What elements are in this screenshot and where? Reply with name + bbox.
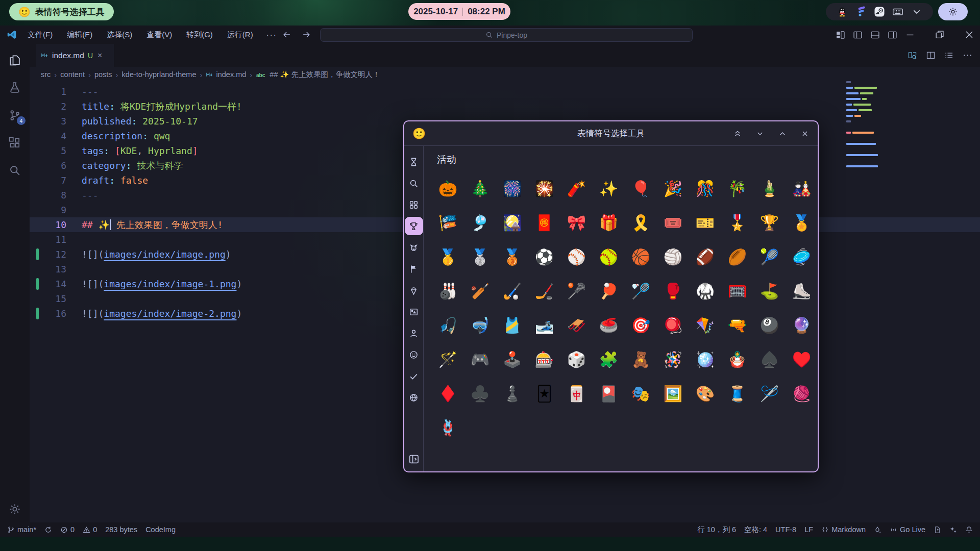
emoji-cell[interactable]: 🎫 [689, 206, 721, 240]
emoji-cell[interactable]: 🥌 [593, 308, 625, 342]
emoji-cell[interactable]: 🏆 [753, 206, 786, 240]
emoji-cell[interactable]: 🏒 [528, 274, 560, 308]
minimize-icon[interactable] [755, 129, 765, 138]
more-actions-icon[interactable] [962, 50, 973, 61]
emoji-cell[interactable]: 🪩 [689, 342, 721, 377]
emoji-cell[interactable]: 🖼️ [657, 377, 689, 411]
status-go-live[interactable]: Go Live [890, 522, 925, 537]
emoji-cell[interactable]: 🥎 [593, 240, 625, 274]
emoji-cell[interactable]: 🧨 [560, 171, 593, 206]
emoji-cell[interactable]: 🎁 [593, 206, 625, 240]
breadcrumb-item[interactable]: posts [94, 70, 112, 79]
emoji-cell[interactable]: 🎯 [625, 308, 657, 342]
command-center-search[interactable]: Pinpe-top [320, 28, 693, 42]
emoji-cell[interactable]: 🎍 [753, 171, 786, 206]
emoji-cell[interactable]: 🎭 [625, 377, 657, 411]
emoji-cell[interactable]: 🏐 [657, 240, 689, 274]
emoji-cell[interactable]: ♥️ [786, 342, 818, 377]
menu-item[interactable]: 运行(R) [222, 29, 258, 41]
status-warnings[interactable]: 0 [83, 522, 97, 537]
emoji-cell[interactable]: 🎾 [753, 240, 786, 274]
activity-manage[interactable] [8, 502, 22, 516]
status-paint-drop[interactable] [874, 522, 881, 537]
code-line-1[interactable]: 1--- [30, 84, 980, 99]
emoji-cell[interactable]: 🥍 [560, 274, 593, 308]
close-button[interactable] [964, 29, 975, 40]
emoji-cell[interactable]: 🎮 [464, 342, 496, 377]
minimize-button[interactable] [904, 29, 916, 40]
emoji-cell[interactable]: 🪁 [689, 308, 721, 342]
emoji-cell[interactable]: 🎐 [464, 206, 496, 240]
status-cursor-position[interactable]: 行 10，列 6 [697, 522, 736, 537]
menu-item[interactable]: 文件(F) [22, 29, 58, 41]
emoji-cell[interactable]: 🎳 [432, 274, 464, 308]
emoji-cell[interactable]: 🧵 [721, 377, 753, 411]
emoji-cell[interactable]: 🏸 [625, 274, 657, 308]
emoji-cell[interactable]: 🥏 [786, 240, 818, 274]
tray-expand-icon[interactable] [911, 6, 923, 18]
taskbar-emoji-picker-item[interactable]: 🙂 表情符号选择工具 [9, 3, 114, 20]
emoji-picker-titlebar[interactable]: 🙂 表情符号选择工具 [404, 121, 818, 146]
status-notifications[interactable] [965, 522, 973, 537]
status-errors[interactable]: 0 [60, 522, 75, 537]
emoji-cell[interactable]: 🎀 [560, 206, 593, 240]
emoji-cell[interactable]: 🎃 [432, 171, 464, 206]
activity-extensions[interactable] [8, 136, 22, 150]
emoji-cell[interactable]: 🪡 [753, 377, 786, 411]
emoji-cell[interactable]: 🃏 [528, 377, 560, 411]
emoji-cell[interactable]: 🥅 [721, 274, 753, 308]
emoji-cell[interactable]: 🎣 [432, 308, 464, 342]
emoji-cell[interactable]: 🥈 [464, 240, 496, 274]
category-smileys-emotion[interactable] [405, 344, 423, 365]
emoji-cell[interactable]: 🎽 [496, 308, 528, 342]
back-icon[interactable] [282, 30, 292, 40]
emoji-cell[interactable]: 🪀 [657, 308, 689, 342]
emoji-cell[interactable]: 🤿 [464, 308, 496, 342]
status-sparkle[interactable] [949, 522, 957, 537]
status-file-size[interactable]: 283 bytes [105, 522, 137, 537]
category-recent[interactable] [405, 151, 423, 172]
toggle-panel-icon[interactable] [869, 29, 881, 41]
qq-icon[interactable] [836, 6, 848, 18]
category-categories[interactable] [405, 194, 423, 215]
emoji-cell[interactable]: 🪆 [721, 342, 753, 377]
emoji-cell[interactable]: 🎨 [689, 377, 721, 411]
expand-sidebar-icon[interactable] [408, 453, 420, 465]
category-food-drink[interactable] [405, 280, 423, 301]
emoji-cell[interactable]: 🧶 [786, 377, 818, 411]
category-flags[interactable] [405, 258, 423, 280]
emoji-cell[interactable]: 🎆 [496, 171, 528, 206]
emoji-cell[interactable]: 🎊 [689, 171, 721, 206]
emoji-cell[interactable]: 🏅 [786, 206, 818, 240]
emoji-cell[interactable]: 🎰 [528, 342, 560, 377]
emoji-cell[interactable]: ⛸️ [786, 274, 818, 308]
menu-item[interactable]: 转到(G) [181, 29, 218, 41]
emoji-cell[interactable]: 🀄 [560, 377, 593, 411]
category-objects[interactable] [405, 301, 423, 322]
steam-icon[interactable] [873, 6, 886, 18]
emoji-cell[interactable]: 🧸 [625, 342, 657, 377]
status-codeimg[interactable]: CodeImg [145, 522, 176, 537]
emoji-cell[interactable]: 🪄 [432, 342, 464, 377]
breadcrumb-item[interactable]: kde-to-hyprland-theme [122, 70, 197, 79]
toggle-sidebar-icon[interactable] [852, 29, 864, 41]
restore-button[interactable] [934, 29, 945, 40]
emoji-cell[interactable]: 🥋 [689, 274, 721, 308]
keep-above-icon[interactable] [733, 129, 742, 138]
clock-widget[interactable]: 2025-10-17 08:22 PM [408, 3, 510, 20]
breadcrumb-item[interactable]: src [41, 70, 51, 79]
emoji-cell[interactable]: 🧩 [593, 342, 625, 377]
menu-more-icon[interactable]: ··· [262, 29, 281, 41]
category-symbols[interactable] [405, 365, 423, 387]
emoji-cell[interactable]: 🎟️ [657, 206, 689, 240]
emoji-cell[interactable]: 🏀 [625, 240, 657, 274]
emoji-cell[interactable]: ♟️ [496, 377, 528, 411]
customize-layout-icon[interactable] [835, 29, 846, 41]
emoji-cell[interactable]: 🥊 [657, 274, 689, 308]
breadcrumb-item[interactable]: abc## ✨ 先上效果图，争做文明人！ [256, 70, 380, 80]
category-activities[interactable] [405, 217, 423, 235]
activity-explorer[interactable] [8, 53, 22, 67]
breadcrumb-item[interactable]: index.md [206, 70, 246, 79]
emoji-cell[interactable]: ⛳ [753, 274, 786, 308]
emoji-cell[interactable]: 🎴 [593, 377, 625, 411]
